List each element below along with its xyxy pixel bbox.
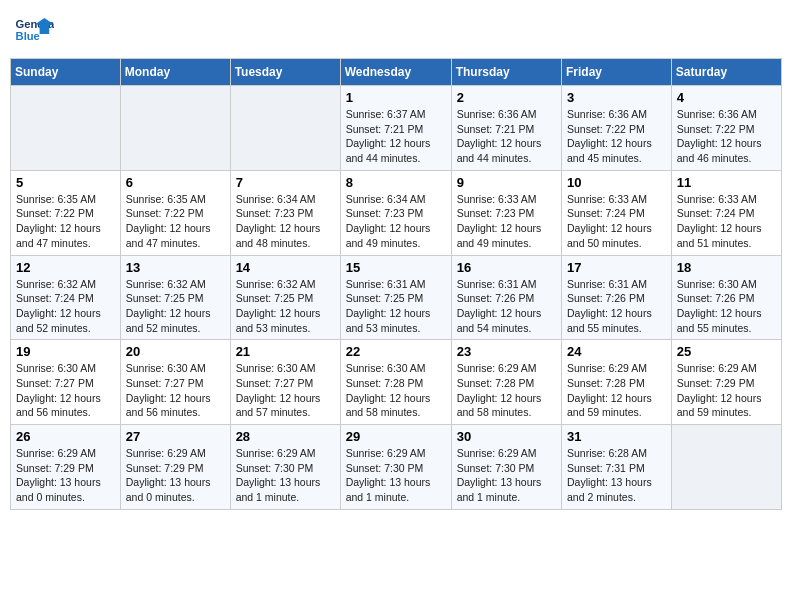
- calendar-cell: [230, 86, 340, 171]
- calendar-cell: 7Sunrise: 6:34 AMSunset: 7:23 PMDaylight…: [230, 170, 340, 255]
- day-number: 31: [567, 429, 666, 444]
- calendar-cell: 30Sunrise: 6:29 AMSunset: 7:30 PMDayligh…: [451, 425, 561, 510]
- day-header-wednesday: Wednesday: [340, 59, 451, 86]
- day-info: Sunrise: 6:34 AMSunset: 7:23 PMDaylight:…: [236, 192, 335, 251]
- calendar-week-2: 5Sunrise: 6:35 AMSunset: 7:22 PMDaylight…: [11, 170, 782, 255]
- day-info: Sunrise: 6:31 AMSunset: 7:25 PMDaylight:…: [346, 277, 446, 336]
- calendar-cell: 21Sunrise: 6:30 AMSunset: 7:27 PMDayligh…: [230, 340, 340, 425]
- calendar-cell: 14Sunrise: 6:32 AMSunset: 7:25 PMDayligh…: [230, 255, 340, 340]
- calendar-cell: 25Sunrise: 6:29 AMSunset: 7:29 PMDayligh…: [671, 340, 781, 425]
- calendar-cell: 3Sunrise: 6:36 AMSunset: 7:22 PMDaylight…: [562, 86, 672, 171]
- day-info: Sunrise: 6:32 AMSunset: 7:25 PMDaylight:…: [126, 277, 225, 336]
- day-info: Sunrise: 6:30 AMSunset: 7:28 PMDaylight:…: [346, 361, 446, 420]
- day-number: 25: [677, 344, 776, 359]
- day-number: 8: [346, 175, 446, 190]
- day-info: Sunrise: 6:36 AMSunset: 7:22 PMDaylight:…: [567, 107, 666, 166]
- calendar-cell: 22Sunrise: 6:30 AMSunset: 7:28 PMDayligh…: [340, 340, 451, 425]
- day-info: Sunrise: 6:29 AMSunset: 7:28 PMDaylight:…: [567, 361, 666, 420]
- calendar-cell: 1Sunrise: 6:37 AMSunset: 7:21 PMDaylight…: [340, 86, 451, 171]
- calendar-cell: 29Sunrise: 6:29 AMSunset: 7:30 PMDayligh…: [340, 425, 451, 510]
- day-header-saturday: Saturday: [671, 59, 781, 86]
- day-number: 12: [16, 260, 115, 275]
- day-info: Sunrise: 6:29 AMSunset: 7:29 PMDaylight:…: [126, 446, 225, 505]
- calendar-table: SundayMondayTuesdayWednesdayThursdayFrid…: [10, 58, 782, 510]
- calendar-cell: 8Sunrise: 6:34 AMSunset: 7:23 PMDaylight…: [340, 170, 451, 255]
- calendar-cell: 12Sunrise: 6:32 AMSunset: 7:24 PMDayligh…: [11, 255, 121, 340]
- day-info: Sunrise: 6:30 AMSunset: 7:27 PMDaylight:…: [126, 361, 225, 420]
- day-number: 21: [236, 344, 335, 359]
- day-info: Sunrise: 6:29 AMSunset: 7:29 PMDaylight:…: [16, 446, 115, 505]
- day-number: 27: [126, 429, 225, 444]
- day-number: 22: [346, 344, 446, 359]
- calendar-cell: [120, 86, 230, 171]
- day-number: 16: [457, 260, 556, 275]
- day-number: 26: [16, 429, 115, 444]
- day-number: 3: [567, 90, 666, 105]
- day-number: 29: [346, 429, 446, 444]
- day-info: Sunrise: 6:29 AMSunset: 7:30 PMDaylight:…: [346, 446, 446, 505]
- calendar-week-3: 12Sunrise: 6:32 AMSunset: 7:24 PMDayligh…: [11, 255, 782, 340]
- calendar-cell: 11Sunrise: 6:33 AMSunset: 7:24 PMDayligh…: [671, 170, 781, 255]
- calendar-cell: [671, 425, 781, 510]
- day-info: Sunrise: 6:29 AMSunset: 7:30 PMDaylight:…: [457, 446, 556, 505]
- day-number: 14: [236, 260, 335, 275]
- calendar-week-5: 26Sunrise: 6:29 AMSunset: 7:29 PMDayligh…: [11, 425, 782, 510]
- calendar-cell: 16Sunrise: 6:31 AMSunset: 7:26 PMDayligh…: [451, 255, 561, 340]
- day-number: 19: [16, 344, 115, 359]
- day-info: Sunrise: 6:36 AMSunset: 7:21 PMDaylight:…: [457, 107, 556, 166]
- day-header-tuesday: Tuesday: [230, 59, 340, 86]
- calendar-cell: 6Sunrise: 6:35 AMSunset: 7:22 PMDaylight…: [120, 170, 230, 255]
- day-info: Sunrise: 6:29 AMSunset: 7:30 PMDaylight:…: [236, 446, 335, 505]
- calendar-cell: 10Sunrise: 6:33 AMSunset: 7:24 PMDayligh…: [562, 170, 672, 255]
- logo: General Blue: [14, 10, 58, 50]
- day-header-friday: Friday: [562, 59, 672, 86]
- calendar-cell: 18Sunrise: 6:30 AMSunset: 7:26 PMDayligh…: [671, 255, 781, 340]
- calendar-cell: 20Sunrise: 6:30 AMSunset: 7:27 PMDayligh…: [120, 340, 230, 425]
- calendar-cell: 2Sunrise: 6:36 AMSunset: 7:21 PMDaylight…: [451, 86, 561, 171]
- day-number: 11: [677, 175, 776, 190]
- day-info: Sunrise: 6:33 AMSunset: 7:24 PMDaylight:…: [567, 192, 666, 251]
- day-number: 15: [346, 260, 446, 275]
- day-number: 20: [126, 344, 225, 359]
- day-info: Sunrise: 6:35 AMSunset: 7:22 PMDaylight:…: [16, 192, 115, 251]
- day-number: 18: [677, 260, 776, 275]
- calendar-cell: 5Sunrise: 6:35 AMSunset: 7:22 PMDaylight…: [11, 170, 121, 255]
- day-number: 5: [16, 175, 115, 190]
- day-info: Sunrise: 6:36 AMSunset: 7:22 PMDaylight:…: [677, 107, 776, 166]
- day-info: Sunrise: 6:29 AMSunset: 7:28 PMDaylight:…: [457, 361, 556, 420]
- day-info: Sunrise: 6:31 AMSunset: 7:26 PMDaylight:…: [457, 277, 556, 336]
- calendar-cell: 15Sunrise: 6:31 AMSunset: 7:25 PMDayligh…: [340, 255, 451, 340]
- day-info: Sunrise: 6:34 AMSunset: 7:23 PMDaylight:…: [346, 192, 446, 251]
- calendar-cell: 26Sunrise: 6:29 AMSunset: 7:29 PMDayligh…: [11, 425, 121, 510]
- day-number: 1: [346, 90, 446, 105]
- day-number: 6: [126, 175, 225, 190]
- calendar-cell: 4Sunrise: 6:36 AMSunset: 7:22 PMDaylight…: [671, 86, 781, 171]
- day-info: Sunrise: 6:33 AMSunset: 7:23 PMDaylight:…: [457, 192, 556, 251]
- day-info: Sunrise: 6:31 AMSunset: 7:26 PMDaylight:…: [567, 277, 666, 336]
- day-header-sunday: Sunday: [11, 59, 121, 86]
- day-number: 23: [457, 344, 556, 359]
- calendar-week-1: 1Sunrise: 6:37 AMSunset: 7:21 PMDaylight…: [11, 86, 782, 171]
- day-number: 13: [126, 260, 225, 275]
- calendar-cell: 31Sunrise: 6:28 AMSunset: 7:31 PMDayligh…: [562, 425, 672, 510]
- day-header-thursday: Thursday: [451, 59, 561, 86]
- day-info: Sunrise: 6:32 AMSunset: 7:24 PMDaylight:…: [16, 277, 115, 336]
- page-header: General Blue: [10, 10, 782, 50]
- day-number: 17: [567, 260, 666, 275]
- day-info: Sunrise: 6:33 AMSunset: 7:24 PMDaylight:…: [677, 192, 776, 251]
- day-info: Sunrise: 6:29 AMSunset: 7:29 PMDaylight:…: [677, 361, 776, 420]
- day-number: 30: [457, 429, 556, 444]
- day-info: Sunrise: 6:30 AMSunset: 7:26 PMDaylight:…: [677, 277, 776, 336]
- calendar-week-4: 19Sunrise: 6:30 AMSunset: 7:27 PMDayligh…: [11, 340, 782, 425]
- day-info: Sunrise: 6:37 AMSunset: 7:21 PMDaylight:…: [346, 107, 446, 166]
- day-info: Sunrise: 6:30 AMSunset: 7:27 PMDaylight:…: [16, 361, 115, 420]
- calendar-cell: [11, 86, 121, 171]
- day-number: 28: [236, 429, 335, 444]
- day-info: Sunrise: 6:30 AMSunset: 7:27 PMDaylight:…: [236, 361, 335, 420]
- day-number: 4: [677, 90, 776, 105]
- calendar-cell: 27Sunrise: 6:29 AMSunset: 7:29 PMDayligh…: [120, 425, 230, 510]
- day-header-monday: Monday: [120, 59, 230, 86]
- calendar-cell: 28Sunrise: 6:29 AMSunset: 7:30 PMDayligh…: [230, 425, 340, 510]
- day-number: 24: [567, 344, 666, 359]
- calendar-cell: 9Sunrise: 6:33 AMSunset: 7:23 PMDaylight…: [451, 170, 561, 255]
